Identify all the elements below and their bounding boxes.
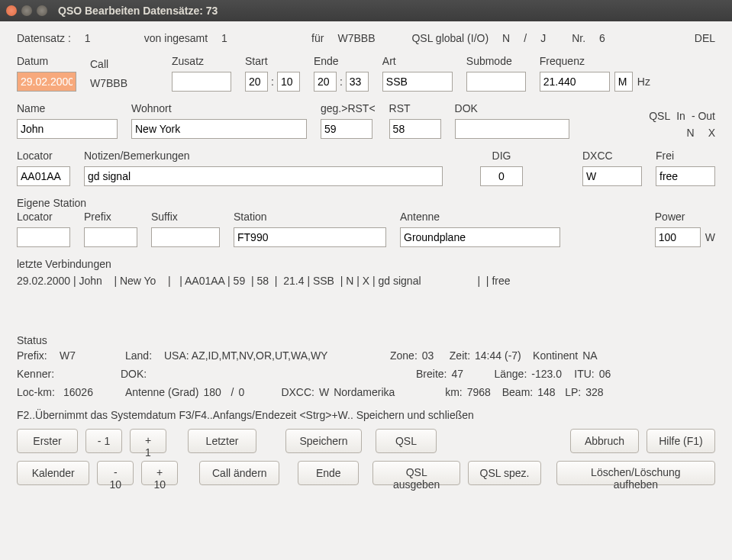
st-land: USA: AZ,ID,MT,NV,OR,UT,WA,WY	[164, 349, 385, 362]
qsl-in-label: In	[676, 110, 685, 122]
von-value: 1	[221, 32, 267, 44]
own-station-title: Eigene Station	[17, 197, 715, 209]
nr-value: 6	[599, 32, 605, 44]
zusatz-input[interactable]	[172, 72, 231, 92]
qsl-spez-button[interactable]: QSL spez.	[468, 461, 540, 485]
st-kontinent: NA	[582, 349, 597, 362]
maximize-icon[interactable]	[37, 5, 47, 16]
ende-hour-input[interactable]	[314, 72, 337, 92]
st-dxcc-lbl: DXCC:	[281, 386, 314, 398]
own-antenne-input[interactable]	[400, 227, 560, 247]
datensatz-label: Datensatz :	[17, 32, 71, 44]
abbruch-button[interactable]: Abbruch	[570, 429, 639, 453]
minus1-button[interactable]: - 1	[85, 429, 122, 453]
loeschen-button[interactable]: Löschen/Löschung aufheben	[556, 461, 715, 485]
titlebar: QSO Bearbeiten Datensätze: 73	[0, 0, 732, 21]
freq-label: Frequenz	[540, 55, 650, 67]
start-min-input[interactable]	[277, 72, 300, 92]
st-zone: 03	[422, 349, 445, 362]
frei-input[interactable]	[656, 166, 715, 186]
rst-geg-input[interactable]	[321, 119, 372, 139]
st-laenge: -123.0	[531, 368, 569, 380]
st-kontinent-lbl: Kontinent	[533, 349, 578, 362]
st-kenner-lbl: Kenner:	[17, 368, 116, 380]
st-zeit-lbl: Zeit:	[450, 349, 470, 362]
submode-input[interactable]	[466, 72, 526, 92]
datum-input[interactable]	[17, 72, 76, 92]
call-aendern-button[interactable]: Call ändern	[199, 461, 279, 485]
zusatz-label: Zusatz	[172, 55, 231, 67]
plus1-button[interactable]: + 1	[130, 429, 166, 453]
name-input[interactable]	[17, 119, 118, 139]
del-label: DEL	[695, 32, 715, 44]
st-ant-sep: /	[231, 386, 234, 398]
qsl-hdr-label: QSL	[649, 110, 670, 122]
fuer-label: für	[311, 32, 324, 44]
st-lp-lbl: LP:	[565, 386, 581, 398]
st-dxcc-region: Nordamerika	[334, 386, 440, 398]
locator-input[interactable]	[17, 166, 70, 186]
dxcc-label: DXCC	[582, 150, 642, 162]
call-label: Call	[90, 58, 127, 70]
own-suffix-input[interactable]	[151, 227, 220, 247]
call-value: W7BBB	[90, 75, 127, 92]
st-prefix-lbl: Prefix:	[17, 349, 55, 362]
von-label: von ingesamt	[144, 32, 208, 44]
freq-input[interactable]	[540, 72, 610, 92]
minimize-icon[interactable]	[21, 5, 32, 16]
st-breite-lbl: Breite:	[416, 368, 447, 380]
datensatz-value: 1	[85, 32, 131, 44]
start-hour-input[interactable]	[245, 72, 268, 92]
dxcc-input[interactable]	[582, 166, 642, 186]
history-line: 29.02.2000 | John | New Yo | | AA01AA | …	[17, 275, 715, 287]
wohnort-label: Wohnort	[131, 102, 307, 114]
own-suffix-label: Suffix	[151, 211, 220, 223]
own-station-input[interactable]	[234, 227, 386, 247]
st-km-lbl: km:	[445, 386, 463, 398]
ende-button[interactable]: Ende	[298, 461, 359, 485]
minus10-button[interactable]: - 10	[97, 461, 134, 485]
st-zeit: 14:44 (-7)	[475, 349, 528, 362]
st-ant-lbl: Antenne (Grad)	[125, 386, 199, 398]
notizen-label: Notizen/Bemerkungen	[84, 150, 466, 162]
st-laenge-lbl: Länge:	[494, 368, 527, 380]
own-locator-input[interactable]	[17, 227, 70, 247]
hint-text: F2..Übernimmt das Systemdatum F3/F4..Anf…	[17, 409, 715, 421]
speichern-button[interactable]: Speichern	[285, 429, 362, 453]
qslg-in: N	[502, 32, 510, 44]
erster-button[interactable]: Erster	[17, 429, 78, 453]
own-antenne-label: Antenne	[400, 211, 560, 223]
status-title: Status	[17, 334, 715, 346]
dok-input[interactable]	[455, 119, 569, 139]
st-itu-lbl: ITU:	[574, 368, 594, 380]
ende-min-input[interactable]	[346, 72, 369, 92]
letzter-button[interactable]: Letzter	[188, 429, 256, 453]
qsl-out-label: - Out	[692, 110, 715, 122]
rst-label: RST	[389, 102, 441, 114]
kalender-button[interactable]: Kalender	[17, 461, 89, 485]
wohnort-input[interactable]	[131, 119, 307, 139]
close-icon[interactable]	[6, 5, 17, 16]
st-land-lbl: Land:	[125, 349, 160, 362]
dig-input[interactable]	[480, 166, 523, 186]
qsl-button[interactable]: QSL	[376, 429, 437, 453]
qsl-ausgeben-button[interactable]: QSL ausgeben	[372, 461, 460, 485]
own-prefix-input[interactable]	[84, 227, 137, 247]
plus10-button[interactable]: + 10	[141, 461, 178, 485]
qslg-sep: /	[524, 32, 527, 44]
notizen-input[interactable]	[84, 166, 443, 186]
own-power-input[interactable]	[655, 227, 701, 247]
st-km: 7968	[467, 386, 498, 398]
own-locator-label: Locator	[17, 211, 70, 223]
nr-label: Nr.	[572, 32, 585, 44]
freq-unit-input[interactable]	[614, 72, 633, 92]
power-unit: W	[705, 231, 715, 243]
dok-label: DOK	[455, 102, 569, 114]
art-input[interactable]	[382, 72, 453, 92]
own-power-label: Power	[655, 211, 715, 223]
rst-input[interactable]	[389, 119, 441, 139]
st-prefix: W7	[60, 349, 121, 362]
locator-label: Locator	[17, 150, 70, 162]
hilfe-button[interactable]: Hilfe (F1)	[647, 429, 715, 453]
qslg-out: J	[540, 32, 546, 44]
